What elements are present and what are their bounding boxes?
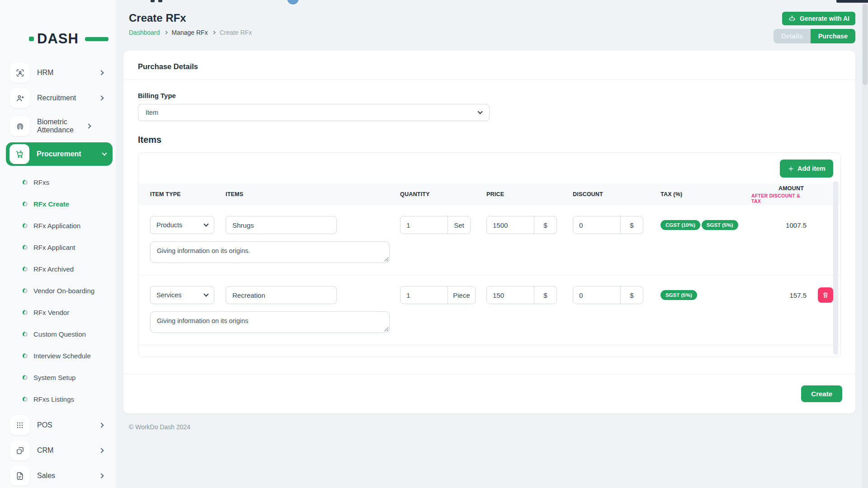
sidebar-subitem-rfx-application[interactable]: RFx Application [10,215,109,236]
sidebar-item-sales[interactable]: Sales [10,466,109,486]
window-scrollbar-thumb[interactable] [863,4,868,85]
bullet-icon [23,245,28,250]
bullet-icon [23,202,28,206]
item-description-textarea[interactable]: Giving information on its origins. [150,241,390,263]
tax-badge: SGST (5%) [702,220,738,230]
procurement-submenu: RFxs RFx Create RFx Application RFx Appl… [10,171,109,410]
item-name-input[interactable] [226,216,337,234]
sidebar-item-biometric-attendance[interactable]: Biometric Attendance [10,113,109,139]
topbar-cutoff-element [836,0,868,3]
sidebar-subitem-rfxs-listings[interactable]: RFxs Listings [10,388,109,410]
details-purchase-toggle: Details Purchase [774,29,855,43]
bullet-icon [23,288,28,293]
items-section-title: Items [138,135,841,145]
quantity-input[interactable] [401,286,448,304]
discount-input[interactable] [573,216,620,234]
items-table-scrollbar[interactable] [833,181,838,355]
amount-subheader: AFTER DISCOUNT & TAX [751,193,810,204]
item-row: Services Piece [138,275,840,345]
item-type-select[interactable]: Services [150,286,214,304]
document-icon [10,466,30,486]
chevron-right-icon [164,31,167,34]
column-header-items: ITEMS [226,191,400,197]
currency-suffix: $ [620,216,643,234]
overlapping-squares-icon [10,441,30,460]
sidebar-subitem-system-setup[interactable]: System Setup [10,366,109,388]
breadcrumb-dashboard-link[interactable]: Dashboard [129,29,160,36]
unit-suffix: Set [448,216,470,234]
logo-text: DASH [37,32,79,46]
app-logo[interactable]: DASH [29,32,92,46]
tax-badge: SGST (5%) [660,290,697,300]
breadcrumb-manage-rfx-link[interactable]: Manage RFx [172,29,208,36]
item-name-input[interactable] [226,286,337,304]
chevron-right-icon [99,95,104,100]
robot-icon [788,15,796,22]
sidebar-menu: HRM Recruitment Biometric Attendance [0,46,116,488]
sidebar-item-crm[interactable]: CRM [10,441,109,460]
create-button[interactable]: Create [801,385,842,402]
bullet-icon [23,397,28,402]
billing-type-select[interactable]: Item [138,104,490,121]
currency-suffix: $ [620,286,643,304]
sidebar-item-pos[interactable]: POS [10,415,109,435]
items-table-header: ITEM TYPE ITEMS QUANTITY PRICE DISCOUNT … [138,183,840,205]
sidebar-subitem-interview-schedule[interactable]: Interview Schedule [10,345,109,366]
sidebar-item-label: CRM [37,446,99,455]
sidebar-subitem-rfxs[interactable]: RFxs [10,171,109,193]
header-actions: Generate with AI Details Purchase [774,12,855,43]
bullet-icon [23,180,28,185]
sidebar-subitem-vendor-onboarding[interactable]: Vendor On-boarding [10,280,109,301]
sidebar-item-label: POS [37,421,99,429]
column-header-price: PRICE [486,191,573,197]
tab-purchase[interactable]: Purchase [811,29,855,43]
item-type-select[interactable]: Products [150,216,214,234]
items-table-container: Add item ITEM TYPE ITEMS QUANTITY PRICE … [138,152,841,357]
trash-icon [822,291,829,299]
sidebar-item-procurement[interactable]: Procurement [6,142,113,166]
user-scan-icon [10,63,30,83]
delete-item-button[interactable] [818,287,833,303]
tab-details[interactable]: Details [774,29,811,43]
tax-badge: CGST (10%) [660,220,700,230]
price-input[interactable] [487,216,534,234]
chevron-right-icon [86,123,91,128]
chevron-down-icon [203,291,208,296]
chevron-down-icon [477,109,482,114]
logo-dash-bar [85,37,108,41]
amount-value: 157.5 [751,291,810,299]
discount-input-group: $ [573,216,643,234]
price-input-group: $ [486,216,557,234]
sidebar-subitem-rfx-vendor[interactable]: RFx Vendor [10,301,109,323]
chevron-right-icon [99,70,104,75]
main-content: Create RFx Dashboard Manage RFx Create R… [116,0,868,440]
column-header-amount: AMOUNT AFTER DISCOUNT & TAX [751,185,810,204]
amount-value: 1007.5 [751,221,810,229]
sidebar-item-recruitment[interactable]: Recruitment [10,88,109,108]
sidebar-subitem-rfx-applicant[interactable]: RFx Applicant [10,236,109,258]
chevron-right-icon [212,31,215,34]
sidebar-subitem-custom-question[interactable]: Custom Question [10,323,109,345]
bullet-icon [23,267,28,272]
bullet-icon [23,223,28,228]
column-header-tax: TAX (%) [660,191,751,197]
column-header-discount: DISCOUNT [573,191,660,197]
quantity-input[interactable] [401,216,448,234]
generate-with-ai-button[interactable]: Generate with AI [782,12,855,25]
quantity-input-group: Set [400,216,471,234]
discount-input[interactable] [573,286,620,304]
window-scrollbar[interactable] [862,0,868,488]
price-input[interactable] [487,286,534,304]
topbar-cutoff-marks [151,0,162,2]
page-header: Create RFx Dashboard Manage RFx Create R… [123,12,855,43]
item-description-textarea[interactable]: Giving information on its origins [150,311,390,333]
sidebar-subitem-rfx-archived[interactable]: RFx Archived [10,258,109,280]
item-row: Products Set [138,205,840,275]
sidebar-item-label: Procurement [37,150,103,158]
sidebar-item-hrm[interactable]: HRM [10,63,109,83]
chevron-right-icon [99,473,104,478]
discount-input-group: $ [573,286,643,304]
user-plus-icon [10,88,30,108]
add-item-button[interactable]: Add item [780,160,833,178]
sidebar-subitem-rfx-create[interactable]: RFx Create [10,193,109,215]
